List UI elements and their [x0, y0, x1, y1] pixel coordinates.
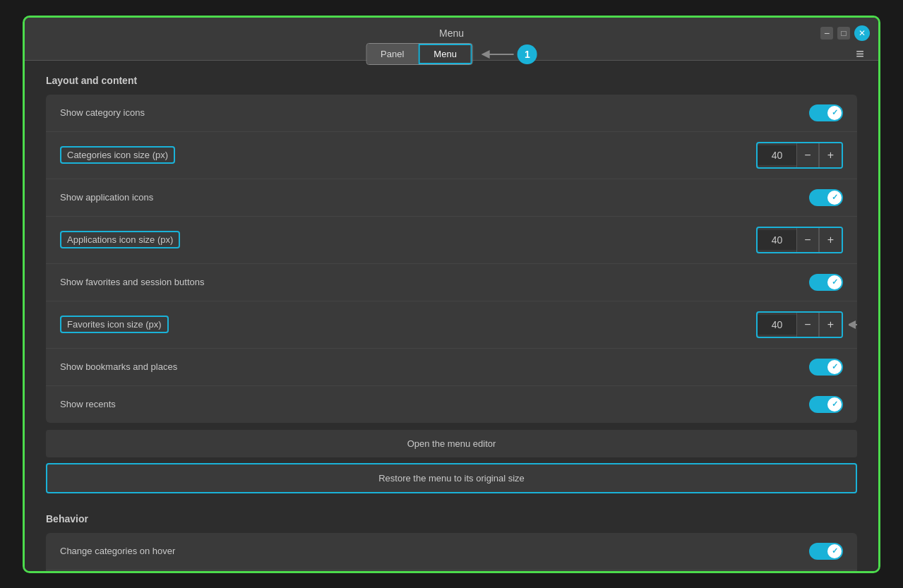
layout-section-card: Show category icons ✓ Categories icon si…: [46, 95, 857, 423]
spinner-applications-increment[interactable]: +: [819, 228, 842, 252]
toggle-track-show-recents: ✓: [809, 396, 843, 413]
label-show-recents: Show recents: [60, 399, 116, 409]
toggle-check-icon-5: ✓: [832, 400, 838, 409]
action-buttons: Open the menu editor Restore the menu to…: [46, 430, 857, 499]
layout-section-title: Layout and content: [46, 75, 857, 86]
label-favorites-icon-size: Favorites icon size (px): [60, 316, 169, 333]
toggle-track-change-categories-hover: ✓: [809, 543, 843, 560]
minimize-button[interactable]: −: [820, 27, 833, 40]
row-enable-autoscrolling: Enable autoscrolling in application list…: [46, 570, 857, 571]
label-applications-icon-size: Applications icon size (px): [60, 231, 180, 248]
spinner-favorites-decrement[interactable]: −: [796, 313, 819, 337]
toggle-track-show-category-icons: ✓: [809, 104, 843, 121]
toggle-thumb-show-favorites: ✓: [827, 275, 842, 289]
toggle-show-category-icons[interactable]: ✓: [809, 104, 843, 121]
toggle-change-categories-hover[interactable]: ✓: [809, 543, 843, 560]
toggle-check-icon-4: ✓: [832, 362, 838, 371]
hamburger-button[interactable]: ≡: [850, 43, 870, 65]
toggle-thumb-change-categories-hover: ✓: [827, 544, 842, 558]
tab-container: Panel Menu: [366, 43, 473, 65]
spinner-categories-increment[interactable]: +: [819, 143, 842, 167]
arrow-2-icon: [849, 318, 857, 332]
tab-panel[interactable]: Panel: [366, 44, 418, 64]
tab-group: Panel Menu 1: [366, 43, 537, 65]
row-show-bookmarks: Show bookmarks and places ✓: [46, 349, 857, 386]
spinner-favorites-group: − +: [756, 311, 843, 338]
toggle-thumb-show-application-icons: ✓: [827, 191, 842, 205]
toggle-show-recents[interactable]: ✓: [809, 396, 843, 413]
spinner-favorites-icon-size: − +: [756, 311, 843, 338]
toggle-track-show-application-icons: ✓: [809, 189, 843, 206]
spinner-applications-group: − +: [756, 227, 843, 253]
toggle-track-show-favorites: ✓: [809, 274, 843, 291]
layout-section: Layout and content Show category icons ✓: [46, 75, 857, 499]
spinner-categories-decrement[interactable]: −: [796, 143, 819, 167]
toggle-check-icon-6: ✓: [832, 546, 838, 556]
close-button[interactable]: ✕: [854, 25, 870, 41]
toggle-track-show-bookmarks: ✓: [809, 359, 843, 376]
nav-bar: Panel Menu 1 ≡: [25, 49, 878, 61]
toggle-check-icon-2: ✓: [832, 193, 838, 202]
row-show-application-icons: Show application icons ✓: [46, 179, 857, 217]
spinner-favorites-increment[interactable]: +: [819, 313, 842, 337]
row-change-categories-hover: Change categories on hover ✓: [46, 533, 857, 570]
label-show-category-icons: Show category icons: [60, 107, 145, 118]
toggle-thumb-show-recents: ✓: [827, 397, 842, 412]
row-show-favorites: Show favorites and session buttons ✓: [46, 264, 857, 301]
toggle-show-application-icons[interactable]: ✓: [809, 189, 843, 206]
toggle-thumb-show-bookmarks: ✓: [827, 360, 842, 374]
spinner-favorites-value[interactable]: [758, 315, 796, 335]
label-categories-icon-size: Categories icon size (px): [60, 146, 175, 164]
window-title: Menu: [439, 28, 464, 39]
row-show-category-icons: Show category icons ✓: [46, 95, 857, 132]
row-categories-icon-size: Categories icon size (px) − +: [46, 132, 857, 179]
label-show-bookmarks: Show bookmarks and places: [60, 361, 177, 372]
open-menu-editor-button[interactable]: Open the menu editor: [46, 430, 857, 457]
tab-menu[interactable]: Menu: [418, 44, 472, 64]
label-show-favorites: Show favorites and session buttons: [60, 277, 205, 287]
badge-1: 1: [518, 44, 537, 64]
spinner-applications-icon-size: − +: [756, 227, 843, 253]
toggle-show-favorites[interactable]: ✓: [809, 274, 843, 291]
maximize-button[interactable]: □: [837, 27, 850, 40]
spinner-applications-decrement[interactable]: −: [796, 228, 819, 252]
behavior-section: Behavior Change categories on hover ✓: [46, 513, 857, 571]
annotation-1-group: 1: [479, 44, 537, 64]
toggle-thumb-show-category-icons: ✓: [827, 106, 842, 120]
restore-menu-size-button[interactable]: Restore the menu to its original size: [46, 463, 857, 493]
spinner-categories-value[interactable]: [758, 145, 796, 165]
spinner-categories-group: − +: [756, 142, 843, 169]
behavior-section-card: Change categories on hover ✓ Enable auto…: [46, 533, 857, 571]
behavior-section-title: Behavior: [46, 513, 857, 524]
annotation-2-group: 2: [849, 315, 857, 335]
main-content: Layout and content Show category icons ✓: [25, 61, 878, 571]
spinner-categories-icon-size: − +: [756, 142, 843, 169]
toggle-check-icon-3: ✓: [832, 277, 838, 287]
toggle-show-bookmarks[interactable]: ✓: [809, 359, 843, 376]
main-window: Menu − □ ✕ Panel Menu: [23, 16, 880, 573]
row-show-recents: Show recents ✓: [46, 386, 857, 423]
label-show-application-icons: Show application icons: [60, 192, 153, 203]
spinner-applications-value[interactable]: [758, 230, 796, 250]
toggle-check-icon: ✓: [832, 108, 838, 117]
arrow-1-icon: [479, 47, 518, 61]
row-applications-icon-size: Applications icon size (px) − +: [46, 217, 857, 264]
label-change-categories-hover: Change categories on hover: [60, 546, 175, 556]
window-controls: − □ ✕: [820, 25, 870, 41]
row-favorites-icon-size: Favorites icon size (px) − +: [46, 301, 857, 349]
